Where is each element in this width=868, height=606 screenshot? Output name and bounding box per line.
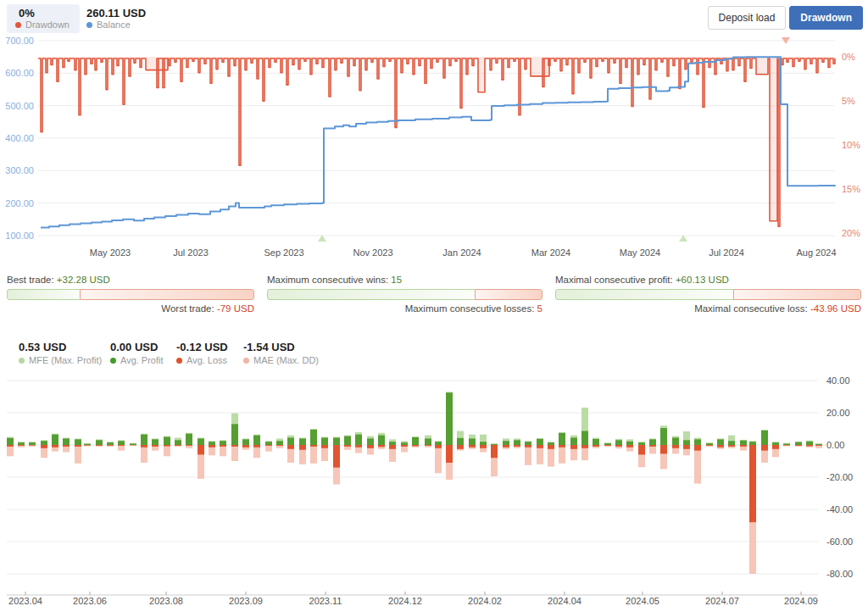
drawdown-percent-value: 0%: [19, 7, 35, 19]
consecutive-profit-gauge: Maximal consecutive profit: +60.13 USD M…: [555, 275, 861, 322]
svg-text:-60.00: -60.00: [826, 537, 853, 547]
worst-trade-value: -79 USD: [217, 303, 254, 314]
svg-text:Nov 2023: Nov 2023: [353, 247, 392, 258]
wins-losses-gauge-bar: [267, 289, 542, 300]
best-worst-trade-gauge: Best trade: +32.28 USD Worst trade: -79 …: [7, 275, 254, 322]
max-losses-value: 5: [537, 303, 542, 314]
gauge-green-segment: [555, 289, 733, 300]
svg-text:May 2023: May 2023: [90, 247, 131, 258]
avg-profit-dot-icon: [110, 358, 116, 364]
weekly-profit-loss-chart-canvas: 40.0020.000.00-20.00-40.00-60.00-80.0020…: [0, 370, 868, 606]
avg-loss-dot-icon: [176, 358, 182, 364]
svg-text:Sep 2023: Sep 2023: [264, 247, 303, 258]
mae-dot-icon: [243, 358, 249, 364]
svg-text:Jul 2024: Jul 2024: [709, 247, 744, 258]
svg-text:10%: 10%: [842, 140, 860, 150]
avg-loss-label: Avg. Loss: [186, 355, 227, 365]
balance-drawdown-chart[interactable]: 700.00600.00500.00400.00300.00200.00100.…: [0, 34, 868, 264]
balance-drawdown-chart-canvas: 700.00600.00500.00400.00300.00200.00100.…: [0, 34, 868, 264]
svg-text:2023.11: 2023.11: [309, 596, 342, 606]
max-consec-loss-label: Maximal consecutive loss:: [694, 303, 808, 314]
max-wins-label: Maximum consecutive wins:: [267, 275, 388, 285]
svg-text:2024.07: 2024.07: [705, 596, 739, 606]
svg-text:700.00: 700.00: [5, 36, 34, 46]
svg-text:20%: 20%: [842, 228, 860, 238]
max-consec-profit-value: +60.13 USD: [676, 275, 729, 285]
consecutive-wins-gauge: Maximum consecutive wins: 15 Maximum con…: [267, 275, 542, 322]
svg-text:May 2024: May 2024: [620, 247, 660, 258]
svg-text:100.00: 100.00: [5, 231, 34, 241]
svg-text:2024.12: 2024.12: [388, 596, 422, 606]
svg-text:5%: 5%: [842, 96, 855, 106]
mae-stat: -1.54 USD MAE (Max. DD): [243, 341, 319, 365]
drawdown-button[interactable]: Drawdown: [789, 6, 863, 30]
svg-text:Jul 2023: Jul 2023: [173, 247, 209, 258]
svg-text:2023.09: 2023.09: [229, 596, 263, 606]
svg-text:Aug 2024: Aug 2024: [796, 247, 836, 258]
gauge-red-segment: [475, 289, 542, 300]
drawdown-legend[interactable]: Drawdown: [15, 19, 70, 30]
svg-text:Jan 2024: Jan 2024: [442, 247, 481, 258]
best-trade-label: Best trade:: [7, 275, 54, 285]
svg-text:15%: 15%: [842, 184, 860, 194]
max-wins-value: 15: [391, 275, 402, 285]
max-consec-profit-label: Maximal consecutive profit:: [555, 275, 673, 285]
mfe-value: 0.53 USD: [19, 341, 102, 353]
balance-value: 260.11 USD: [86, 7, 146, 19]
best-worst-gauge-bar: [7, 289, 254, 300]
svg-text:0.00: 0.00: [826, 440, 844, 450]
avg-profit-value: 0.00 USD: [110, 341, 164, 353]
balance-dot-icon: [86, 22, 92, 28]
svg-text:400.00: 400.00: [5, 133, 34, 143]
avg-profit-label: Avg. Profit: [120, 355, 164, 365]
svg-text:200.00: 200.00: [5, 198, 34, 208]
avg-profit-stat: 0.00 USD Avg. Profit: [110, 341, 164, 365]
svg-text:2023.08: 2023.08: [149, 596, 183, 606]
svg-text:2023.06: 2023.06: [73, 596, 107, 606]
balance-legend[interactable]: Balance: [86, 19, 131, 30]
drawdown-legend-label: Drawdown: [25, 19, 70, 30]
svg-text:500.00: 500.00: [5, 101, 34, 111]
balance-legend-label: Balance: [97, 19, 131, 30]
svg-text:2024.09: 2024.09: [784, 596, 818, 606]
worst-trade-label: Worst trade:: [161, 303, 214, 314]
svg-text:0%: 0%: [842, 52, 855, 62]
weekly-profit-loss-chart[interactable]: 40.0020.000.00-20.00-40.00-60.00-80.0020…: [0, 370, 868, 606]
drawdown-dot-icon: [15, 22, 21, 28]
avg-loss-value: -0.12 USD: [176, 341, 228, 353]
svg-text:300.00: 300.00: [5, 165, 34, 175]
svg-text:-80.00: -80.00: [826, 569, 853, 579]
profit-loss-gauge-bar: [555, 289, 861, 300]
gauge-green-segment: [7, 289, 80, 300]
svg-text:40.00: 40.00: [826, 375, 850, 386]
gauge-red-segment: [80, 289, 254, 300]
svg-text:Mar 2024: Mar 2024: [531, 247, 570, 258]
gauge-red-segment: [733, 289, 861, 300]
svg-text:-20.00: -20.00: [826, 472, 853, 482]
svg-text:2024.02: 2024.02: [468, 596, 502, 606]
mae-label: MAE (Max. DD): [253, 355, 319, 365]
svg-text:20.00: 20.00: [826, 408, 850, 418]
deposit-load-button[interactable]: Deposit load: [708, 6, 787, 30]
gauge-green-segment: [267, 289, 475, 300]
mae-value: -1.54 USD: [243, 341, 319, 353]
svg-text:2023.04: 2023.04: [8, 596, 42, 606]
best-trade-value: +32.28 USD: [57, 275, 110, 285]
svg-text:2024.04: 2024.04: [548, 596, 581, 606]
mfe-label: MFE (Max. Profit): [29, 355, 102, 365]
avg-loss-stat: -0.12 USD Avg. Loss: [176, 341, 228, 365]
max-consec-loss-value: -43.96 USD: [810, 303, 861, 314]
max-losses-label: Maximum consecutive losses:: [405, 303, 535, 314]
svg-text:-40.00: -40.00: [826, 504, 853, 514]
svg-text:600.00: 600.00: [5, 68, 34, 78]
svg-text:2024.05: 2024.05: [626, 596, 659, 606]
mfe-stat: 0.53 USD MFE (Max. Profit): [19, 341, 102, 365]
mfe-dot-icon: [19, 358, 25, 364]
